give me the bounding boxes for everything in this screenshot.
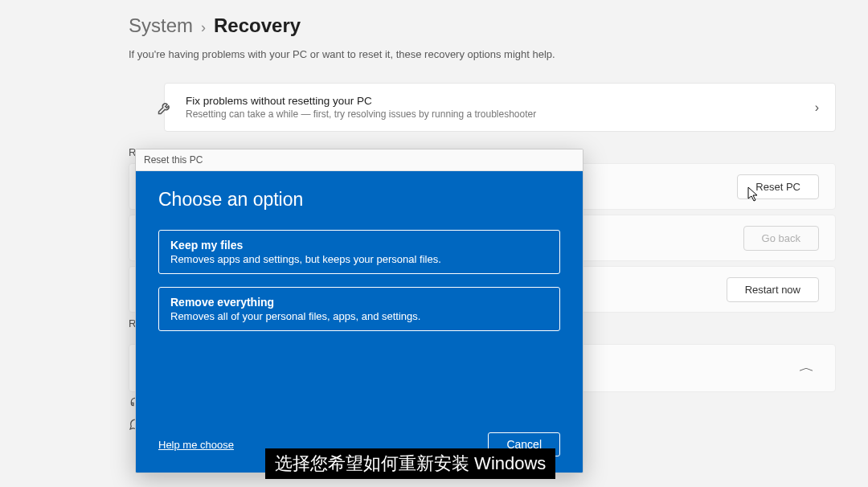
remove-everything-option[interactable]: Remove everything Removes all of your pe…: [158, 287, 560, 331]
reset-pc-dialog: Reset this PC Choose an option Keep my f…: [135, 149, 583, 473]
dialog-window-title: Reset this PC: [136, 149, 583, 171]
chevron-right-icon: ›: [201, 19, 206, 36]
troubleshooter-card[interactable]: Fix problems without resetting your PC R…: [164, 83, 836, 132]
video-subtitle: 选择您希望如何重新安装 Windows: [265, 448, 555, 479]
chevron-up-icon: ︿: [799, 361, 815, 375]
keep-files-title: Keep my files: [170, 239, 548, 252]
remove-everything-title: Remove everything: [170, 296, 548, 309]
breadcrumb-parent[interactable]: System: [129, 14, 193, 37]
reset-pc-button[interactable]: Reset PC: [737, 174, 819, 199]
keep-files-desc: Removes apps and settings, but keeps you…: [170, 253, 548, 265]
keep-my-files-option[interactable]: Keep my files Removes apps and settings,…: [158, 230, 560, 274]
remove-everything-desc: Removes all of your personal files, apps…: [170, 310, 548, 322]
wrench-icon: [157, 100, 173, 116]
restart-now-button[interactable]: Restart now: [727, 277, 819, 302]
chevron-right-icon: ›: [815, 100, 819, 115]
intro-text: If you're having problems with your PC o…: [129, 48, 836, 60]
go-back-button[interactable]: Go back: [743, 226, 819, 251]
breadcrumb: System › Recovery: [129, 14, 836, 37]
help-me-choose-link[interactable]: Help me choose: [158, 439, 234, 451]
breadcrumb-current: Recovery: [214, 14, 301, 37]
dialog-heading: Choose an option: [158, 189, 560, 211]
troubleshoot-subtitle: Resetting can take a while — first, try …: [186, 108, 802, 120]
troubleshoot-title: Fix problems without resetting your PC: [186, 95, 802, 107]
